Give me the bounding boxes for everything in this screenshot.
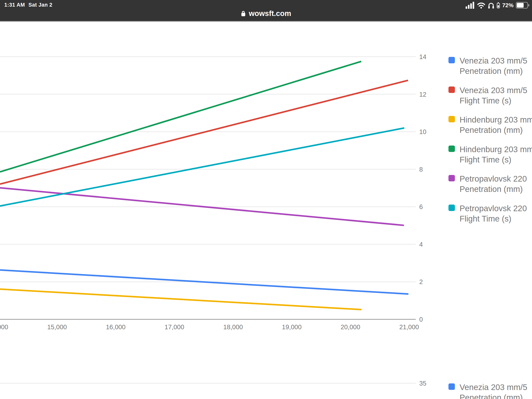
legend-item-petropavlovsk-flight-time: Petropavlovsk 220 Flight Time (s) bbox=[449, 205, 532, 234]
legend-swatch-red bbox=[449, 86, 455, 93]
header-separator bbox=[0, 21, 532, 22]
wifi-icon bbox=[477, 2, 485, 9]
legend-series-name: Venezia 203 mm/5 bbox=[460, 382, 527, 392]
legend-series-metric: Flight Time (s) bbox=[460, 213, 527, 224]
legend-swatch-blue bbox=[449, 57, 455, 63]
legend-series-metric: Penetration (mm) bbox=[460, 125, 532, 135]
legend-swatch-yellow bbox=[449, 116, 455, 122]
legend-series-name: Petropavlovsk 220 bbox=[460, 203, 527, 213]
url-text: wowsft.com bbox=[249, 9, 291, 18]
legend-swatch-purple bbox=[449, 175, 455, 181]
legend-item-venezia-flight-time: Venezia 203 mm/5 Flight Time (s) bbox=[449, 86, 532, 116]
status-time: 1:31 AM bbox=[4, 2, 25, 8]
battery-percent-label: 72% bbox=[502, 2, 513, 9]
status-date: Sat Jan 2 bbox=[28, 2, 52, 8]
lock-icon bbox=[241, 10, 246, 17]
legend-item-hindenburg-penetration: Hindenburg 203 mm Penetration (mm) bbox=[449, 116, 532, 146]
legend-swatch-blue bbox=[449, 383, 455, 390]
legend-series-name: Venezia 203 mm/5 bbox=[460, 56, 527, 66]
legend-swatch-cyan bbox=[449, 205, 455, 211]
legend-series-metric: Flight Time (s) bbox=[460, 154, 532, 165]
legend-swatch-green bbox=[449, 146, 455, 152]
chart-legend: Venezia 203 mm/5 Penetration (mm) Venezi… bbox=[449, 57, 532, 234]
legend-series-metric: Penetration (mm) bbox=[460, 184, 527, 194]
legend-series-metric: Penetration (mm) bbox=[460, 392, 527, 399]
legend-series-name: Petropavlovsk 220 bbox=[460, 174, 527, 184]
headphones-battery-icon bbox=[497, 2, 500, 8]
y-axis-tick-label: 35 bbox=[419, 380, 426, 387]
legend-series-metric: Flight Time (s) bbox=[460, 96, 527, 106]
legend-series-metric: Penetration (mm) bbox=[460, 66, 527, 76]
legend-item-petropavlovsk-penetration: Petropavlovsk 220 Penetration (mm) bbox=[449, 175, 532, 205]
legend-series-name: Hindenburg 203 mm bbox=[460, 115, 532, 125]
status-bar-left: 1:31 AM Sat Jan 2 bbox=[4, 2, 52, 8]
legend-series-name: Hindenburg 203 mm bbox=[460, 144, 532, 154]
legend-item-venezia-penetration: Venezia 203 mm/5 Penetration (mm) bbox=[449, 57, 532, 86]
legend-series-name: Venezia 203 mm/5 bbox=[460, 85, 527, 96]
status-bar-right: 72% bbox=[466, 1, 529, 9]
headphones-icon bbox=[488, 2, 494, 9]
cellular-signal-icon bbox=[466, 2, 475, 9]
battery-icon bbox=[516, 2, 529, 9]
browser-chrome: 1:31 AM Sat Jan 2 wowsft.com bbox=[0, 0, 532, 21]
second-chart-legend: Venezia 203 mm/5 Penetration (mm) bbox=[449, 383, 532, 399]
legend-item-venezia-penetration-2: Venezia 203 mm/5 Penetration (mm) bbox=[449, 383, 532, 399]
url-bar[interactable]: wowsft.com bbox=[0, 7, 532, 19]
legend-item-hindenburg-flight-time: Hindenburg 203 mm Flight Time (s) bbox=[449, 146, 532, 175]
